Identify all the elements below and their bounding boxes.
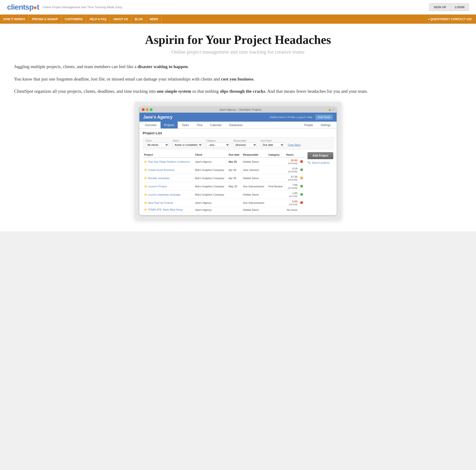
cell-responsible: Debbie Demo bbox=[241, 191, 267, 199]
cell-responsible: Debbie Demo bbox=[241, 207, 267, 213]
cell-category bbox=[267, 207, 285, 213]
cell-category bbox=[267, 174, 285, 182]
project-section: Project List Client: All clients Status:… bbox=[139, 129, 337, 215]
filter-category-label: Category: bbox=[206, 139, 230, 142]
project-link[interactable]: TEMPLATE: Basic Blog Setup bbox=[148, 208, 183, 211]
add-project-button[interactable]: Add Project bbox=[307, 152, 333, 159]
filter-status-label: Status: bbox=[172, 139, 202, 142]
col-project: Project bbox=[143, 152, 194, 157]
filter-responsible-select[interactable]: (Anyone) bbox=[233, 142, 257, 147]
project-link[interactable]: Plan San Diego Realtors conference bbox=[148, 160, 190, 163]
folder-icon: 📁 bbox=[144, 177, 147, 180]
search-projects-link[interactable]: 🔍 Search projects bbox=[307, 161, 333, 164]
cell-responsible: Sue Subcontractor bbox=[241, 182, 267, 191]
tab-people[interactable]: People bbox=[301, 122, 316, 128]
cell-client: Jane's Agency bbox=[194, 207, 227, 213]
tab-projects[interactable]: Projects bbox=[161, 122, 178, 128]
table-row: 📁Monthly newsletter Bob's Graphics Compa… bbox=[143, 174, 305, 182]
tab-calendar[interactable]: Calendar bbox=[206, 122, 225, 128]
tab-tasks[interactable]: Tasks bbox=[178, 122, 192, 128]
status-dot-green bbox=[300, 168, 303, 171]
cell-client: Jane's Agency bbox=[194, 157, 227, 166]
browser-window: Jane's Agency – ClientSpot: Projects 🔒 ⤢… bbox=[139, 106, 337, 215]
cell-hours: 6:19(of 40:00) bbox=[285, 166, 299, 174]
logo-tagline: Online Project Management and Time Track… bbox=[42, 5, 122, 9]
nav-contact[interactable]: » QUESTIONS? CONTACT US! bbox=[424, 15, 476, 24]
nav-about[interactable]: ABOUT US bbox=[110, 15, 131, 24]
tab-settings[interactable]: Settings bbox=[317, 122, 334, 128]
navigation: HOW IT WORKS PRICING & SIGNUP CUSTOMERS … bbox=[0, 15, 476, 24]
clear-filters-link[interactable]: Clear filters bbox=[288, 143, 301, 146]
top-header: clientspt Online Project Management and … bbox=[0, 0, 476, 15]
status-dot-green bbox=[300, 185, 303, 188]
table-row: 📁Create Event Brochure Bob's Graphics Co… bbox=[143, 166, 305, 174]
folder-icon: 📁 bbox=[144, 160, 147, 163]
main-content: Aspirin for Your Project Headaches Onlin… bbox=[0, 24, 476, 231]
cell-due-date: May 30 bbox=[227, 182, 241, 191]
cell-responsible: Debbie Demo bbox=[241, 157, 267, 166]
nav-pricing[interactable]: PRICING & SIGNUP bbox=[29, 15, 62, 24]
filter-responsible: Responsible: (Anyone) bbox=[233, 139, 257, 147]
logo: clientspt bbox=[7, 3, 39, 12]
tl-maximize[interactable] bbox=[150, 108, 153, 111]
filter-client: Client: All clients bbox=[145, 139, 169, 147]
cell-hours: No hours bbox=[285, 207, 299, 213]
project-list-title: Project List bbox=[143, 131, 333, 135]
table-row: 📁New Flyer for Festival Jane's Agency Su… bbox=[143, 199, 305, 207]
task-timer-button[interactable]: Task Timer bbox=[315, 115, 333, 120]
cell-hours: 47:26(of 50:00) bbox=[285, 174, 299, 182]
status-dot-green bbox=[300, 193, 303, 196]
tl-close[interactable] bbox=[142, 108, 145, 111]
cell-due-date bbox=[227, 199, 241, 207]
cell-due-date: Apr 30 bbox=[227, 174, 241, 182]
nav-items: HOW IT WORKS PRICING & SIGNUP CUSTOMERS … bbox=[0, 15, 424, 24]
col-responsible: Responsible bbox=[241, 152, 267, 157]
cell-due-date bbox=[227, 207, 241, 213]
filter-sort-select[interactable]: Due date bbox=[260, 142, 284, 147]
cell-due-date: Mar 05 bbox=[227, 157, 241, 166]
app-tabs-right: People Settings bbox=[301, 122, 335, 128]
nav-how-it-works[interactable]: HOW IT WORKS bbox=[0, 15, 29, 24]
paragraph-3: ClientSpot organizes all your projects, … bbox=[14, 88, 462, 95]
filter-sort: Sort Order: Due date bbox=[260, 139, 284, 147]
project-link[interactable]: Launch marketing campaign bbox=[148, 193, 181, 196]
folder-icon: 📁 bbox=[144, 208, 147, 211]
status-dot-red bbox=[300, 160, 303, 163]
tab-databases[interactable]: Databases bbox=[226, 122, 246, 128]
search-icon: 🔍 bbox=[307, 161, 311, 164]
filter-category-select[interactable]: --any-- bbox=[206, 142, 230, 147]
nav-help[interactable]: HELP & FAQ bbox=[86, 15, 110, 24]
cell-category bbox=[267, 199, 285, 207]
cell-hours: 1:00(of 2:00) bbox=[285, 191, 299, 199]
sign-up-button[interactable]: SIGN UP bbox=[429, 3, 450, 11]
project-link[interactable]: Lauren's Project bbox=[148, 185, 167, 188]
project-link[interactable]: New Flyer for Festival bbox=[148, 201, 173, 204]
project-link[interactable]: Monthly newsletter bbox=[148, 177, 170, 180]
browser-icons: 🔒 ⤢ bbox=[328, 108, 334, 111]
login-button[interactable]: LOGIN bbox=[451, 3, 469, 11]
filters-row: Client: All clients Status: Active or co… bbox=[143, 137, 333, 149]
logo-dot bbox=[34, 6, 37, 9]
auth-buttons: SIGN UP LOGIN bbox=[429, 3, 469, 11]
col-hours: Hours bbox=[285, 152, 299, 157]
traffic-lights bbox=[142, 108, 153, 111]
filter-client-label: Client: bbox=[145, 139, 169, 142]
browser-titlebar: Jane's Agency – ClientSpot: Projects 🔒 ⤢ bbox=[139, 106, 337, 113]
nav-news[interactable]: NEWS bbox=[146, 15, 162, 24]
table-row: 📁Launch marketing campaign Bob's Graphic… bbox=[143, 191, 305, 199]
status-dot-yellow bbox=[300, 176, 303, 179]
nav-blog[interactable]: BLOG bbox=[131, 15, 146, 24]
tl-minimize[interactable] bbox=[146, 108, 149, 111]
tab-overview[interactable]: Overview bbox=[141, 122, 160, 128]
project-link[interactable]: Create Event Brochure bbox=[148, 169, 174, 171]
cell-client: Bob's Graphics Company bbox=[194, 174, 227, 182]
tab-time[interactable]: Time bbox=[193, 122, 206, 128]
paragraph-2: You know that just one forgotten deadlin… bbox=[14, 76, 462, 83]
col-due-date: Due date bbox=[227, 152, 241, 157]
filter-status-select[interactable]: Active or completed bbox=[172, 142, 202, 147]
status-dot-red bbox=[300, 201, 303, 204]
nav-customers[interactable]: CUSTOMERS bbox=[62, 15, 86, 24]
filter-client-select[interactable]: All clients bbox=[145, 142, 169, 147]
col-client: Client bbox=[194, 152, 227, 157]
cell-category bbox=[267, 166, 285, 174]
